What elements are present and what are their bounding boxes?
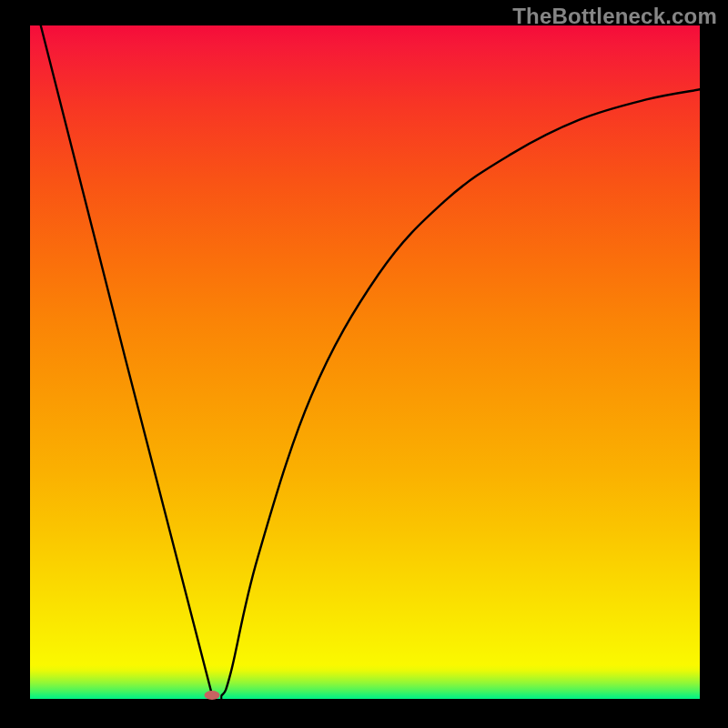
chart-marker-dot [205,691,220,700]
chart-curve [30,25,700,699]
chart-plot-area [30,25,700,699]
watermark-label: TheBottleneck.com [512,4,717,29]
